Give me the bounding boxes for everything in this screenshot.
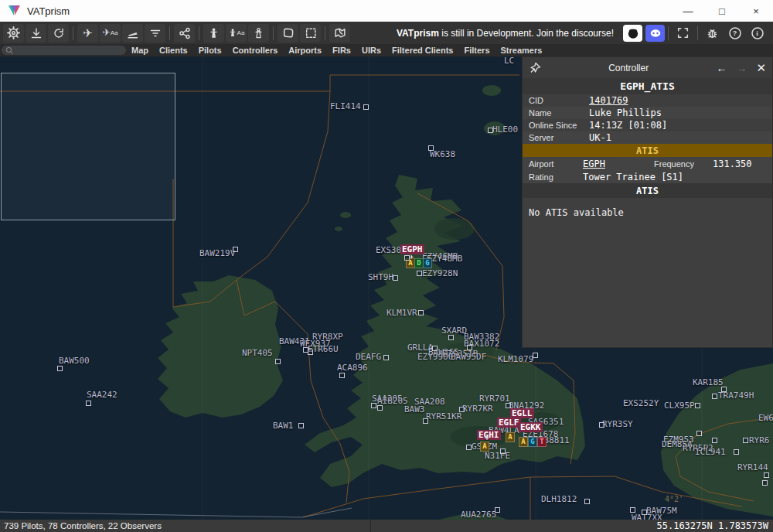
aircraft-marker[interactable] xyxy=(86,401,91,406)
aircraft-label-TRA749H[interactable]: TRA749H xyxy=(718,391,754,400)
about-info-icon[interactable]: i xyxy=(747,24,768,43)
panel-close-icon[interactable]: ✕ xyxy=(756,61,766,75)
filter-icon[interactable] xyxy=(145,24,165,43)
tab-uirs[interactable]: UIRs xyxy=(356,46,386,55)
tower-labels-icon[interactable]: Aa xyxy=(226,24,247,43)
aircraft-marker[interactable] xyxy=(712,438,717,443)
aircraft-marker[interactable] xyxy=(599,422,604,428)
aircraft-label-HLE00[interactable]: HLE00 xyxy=(492,125,518,134)
aircraft-marker[interactable] xyxy=(275,359,281,364)
minimize-button[interactable]: — xyxy=(671,5,705,17)
polygon-dashed-icon[interactable] xyxy=(300,24,321,43)
github-icon[interactable] xyxy=(623,25,642,42)
aircraft-marker[interactable] xyxy=(418,310,424,315)
aircraft-marker[interactable] xyxy=(417,271,422,276)
tab-clients[interactable]: Clients xyxy=(154,46,193,55)
aircraft-marker[interactable] xyxy=(712,394,717,399)
aircraft-label-EZY928N[interactable]: EZY928N xyxy=(422,269,458,278)
aircraft-label-CLX95P[interactable]: CLX95P xyxy=(664,401,695,410)
aircraft-marker[interactable] xyxy=(695,403,700,408)
settings-gear-icon[interactable] xyxy=(3,24,24,43)
aircraft-marker[interactable] xyxy=(743,438,748,443)
aircraft-label-ICL941[interactable]: ICL941 xyxy=(695,448,726,456)
aircraft-label-AIB205[interactable]: AIB205 xyxy=(377,397,408,405)
download-data-icon[interactable] xyxy=(26,24,46,43)
aircraft-label-NPT405[interactable]: NPT405 xyxy=(242,349,273,357)
aircraft-marker[interactable] xyxy=(363,104,369,110)
tab-airports[interactable]: Airports xyxy=(283,46,327,55)
aircraft-marker[interactable] xyxy=(506,403,511,408)
aircraft-marker[interactable] xyxy=(404,255,410,261)
cid-link[interactable]: 1401769 xyxy=(589,95,628,106)
aircraft-marker[interactable] xyxy=(500,448,506,454)
aircraft-marker[interactable] xyxy=(734,449,739,455)
tab-firs[interactable]: FIRs xyxy=(327,46,356,55)
aircraft-label-WK638[interactable]: WK638 xyxy=(430,150,455,159)
aircraft-labels-icon[interactable]: ✈Aa xyxy=(100,24,121,43)
aircraft-marker[interactable] xyxy=(696,431,702,436)
aircraft-marker[interactable] xyxy=(383,355,389,360)
aircraft-label-BAW500[interactable]: BAW500 xyxy=(59,356,90,365)
aircraft-marker[interactable] xyxy=(298,423,304,428)
tab-pilots[interactable]: Pilots xyxy=(193,46,227,55)
aircraft-marker[interactable] xyxy=(533,353,538,358)
aircraft-label-AUA2765[interactable]: AUA2765 xyxy=(461,510,496,519)
aircraft-marker[interactable] xyxy=(233,247,238,252)
aircraft-label-BAW1[interactable]: BAW1 xyxy=(273,421,294,430)
aircraft-marker[interactable] xyxy=(466,445,472,450)
service-chip-G[interactable]: G xyxy=(423,258,432,268)
aircraft-label-RYR6[interactable]: RYR6 xyxy=(749,436,770,445)
aircraft-marker[interactable] xyxy=(488,128,493,133)
airport-label-EGKK[interactable]: EGKK xyxy=(519,422,543,432)
aircraft-marker[interactable] xyxy=(339,373,345,378)
aircraft-marker[interactable] xyxy=(377,405,383,411)
aircraft-label-EZY9900[interactable]: EZY9900 xyxy=(417,353,453,361)
aircraft-marker[interactable] xyxy=(448,335,454,340)
map-selection-rectangle[interactable] xyxy=(1,73,175,220)
tab-streamers[interactable]: Streamers xyxy=(495,46,548,55)
service-chip-T[interactable]: T xyxy=(537,437,547,447)
aircraft-marker[interactable] xyxy=(467,345,472,350)
service-chip-A[interactable]: A xyxy=(480,442,489,452)
aircraft-marker[interactable] xyxy=(423,418,428,424)
aircraft-marker[interactable] xyxy=(371,403,376,408)
refresh-icon[interactable] xyxy=(48,24,69,43)
aircraft-label-ACA896[interactable]: ACA896 xyxy=(337,363,368,372)
aircraft-marker[interactable] xyxy=(393,275,398,281)
aircraft-label-FLI414[interactable]: FLI414 xyxy=(330,102,361,111)
map-regions-icon[interactable] xyxy=(329,24,350,43)
aircraft-label-RYR7KR[interactable]: RYR7KR xyxy=(462,404,493,413)
tower-layer-icon[interactable] xyxy=(203,24,224,43)
aircraft-marker[interactable] xyxy=(432,346,438,351)
service-chip-A[interactable]: A xyxy=(519,437,528,447)
tab-map[interactable]: Map xyxy=(126,46,154,55)
service-chip-A[interactable]: A xyxy=(506,432,515,442)
tab-filtered-clients[interactable]: Filtered Clients xyxy=(386,46,458,55)
aircraft-marker[interactable] xyxy=(308,350,313,355)
aircraft-marker[interactable] xyxy=(584,499,590,504)
aircraft-layer-icon[interactable]: ✈ xyxy=(77,24,98,43)
aircraft-label-LC[interactable]: LC xyxy=(504,56,514,65)
aircraft-label-KLM1079[interactable]: KLM1079 xyxy=(498,355,533,363)
aircraft-label-RYR51KR[interactable]: RYR51KR xyxy=(426,412,461,421)
aircraft-label-DLH1812[interactable]: DLH1812 xyxy=(541,495,577,503)
aircraft-marker[interactable] xyxy=(428,145,434,151)
aircraft-label-KAR185[interactable]: KAR185 xyxy=(693,378,724,387)
pin-icon[interactable] xyxy=(529,62,541,74)
aircraft-label-N31FE[interactable]: N31FE xyxy=(485,452,510,460)
aircraft-label-RYR3SY[interactable]: RYR3SY xyxy=(602,420,633,428)
panel-forward-button[interactable]: → xyxy=(736,62,747,74)
aircraft-label-DEAFG[interactable]: DEAFG xyxy=(356,353,381,361)
aircraft-label-BAW3[interactable]: BAW3 xyxy=(404,405,425,414)
aircraft-label-BAW219V[interactable]: BAW219V xyxy=(199,249,235,257)
aircraft-label-RYR701[interactable]: RYR701 xyxy=(479,394,510,403)
tower-outline-icon[interactable] xyxy=(248,24,269,43)
airport-label-EGLF[interactable]: EGLF xyxy=(497,418,521,428)
aircraft-altitude-icon[interactable] xyxy=(122,24,143,43)
aircraft-label-KLM1VR[interactable]: KLM1VR xyxy=(386,309,417,317)
aircraft-marker[interactable] xyxy=(459,407,465,412)
aircraft-symbol[interactable]: + xyxy=(485,435,489,442)
aircraft-label-SHT9H[interactable]: SHT9H xyxy=(368,273,393,281)
aircraft-marker[interactable] xyxy=(495,507,500,513)
search-input[interactable] xyxy=(2,46,126,55)
